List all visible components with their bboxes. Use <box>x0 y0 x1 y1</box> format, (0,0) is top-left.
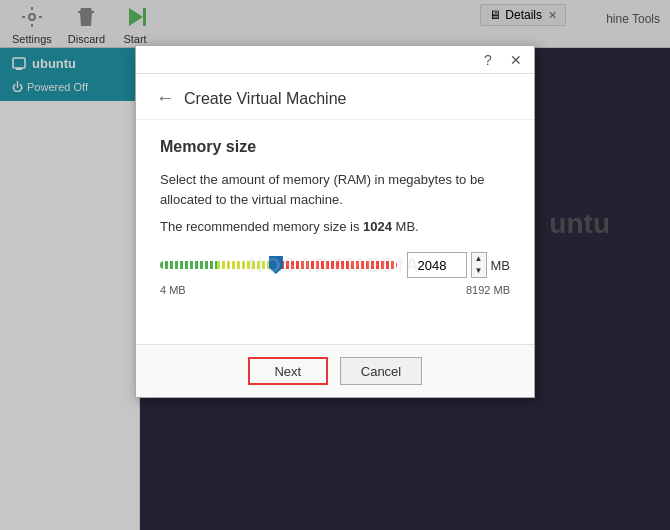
memory-section-heading: Memory size <box>160 138 510 156</box>
slider-thumb[interactable] <box>269 256 283 274</box>
dialog-close-button[interactable]: ✕ <box>506 50 526 70</box>
dialog-help-button[interactable]: ? <box>478 50 498 70</box>
spinbox-up-button[interactable]: ▲ <box>472 253 486 265</box>
range-min-label: 4 MB <box>160 284 186 296</box>
custom-slider-wrapper <box>160 254 397 276</box>
dialog-overlay: ? ✕ ← Create Virtual Machine Memory size… <box>0 0 670 530</box>
slider-row: ▲ ▼ MB <box>160 252 510 278</box>
spinbox-down-button[interactable]: ▼ <box>472 265 486 277</box>
recommended-text: The recommended memory size is 1024 MB. <box>160 219 510 234</box>
memory-spinbox[interactable] <box>407 252 467 278</box>
dialog-content: Memory size Select the amount of memory … <box>136 120 534 344</box>
dialog-titlebar: ? ✕ <box>136 46 534 74</box>
range-labels: 4 MB 8192 MB <box>160 284 510 296</box>
create-vm-dialog: ? ✕ ← Create Virtual Machine Memory size… <box>135 45 535 398</box>
slider-track-red <box>276 261 397 269</box>
memory-slider-container <box>160 255 397 275</box>
spinbox-container: ▲ ▼ MB <box>407 252 511 278</box>
cancel-button[interactable]: Cancel <box>340 357 422 385</box>
spinbox-arrows: ▲ ▼ <box>471 252 487 278</box>
range-max-label: 8192 MB <box>466 284 510 296</box>
titlebar-icons: ? ✕ <box>478 50 526 70</box>
memory-unit: MB <box>491 258 511 273</box>
dialog-footer: Next Cancel <box>136 344 534 397</box>
dialog-title: Create Virtual Machine <box>184 90 346 108</box>
back-arrow-button[interactable]: ← <box>156 88 174 109</box>
next-button[interactable]: Next <box>248 357 328 385</box>
memory-description: Select the amount of memory (RAM) in meg… <box>160 170 510 209</box>
slider-track-green <box>160 261 217 269</box>
slider-track-yellow <box>217 261 276 269</box>
dialog-header: ← Create Virtual Machine <box>136 74 534 120</box>
